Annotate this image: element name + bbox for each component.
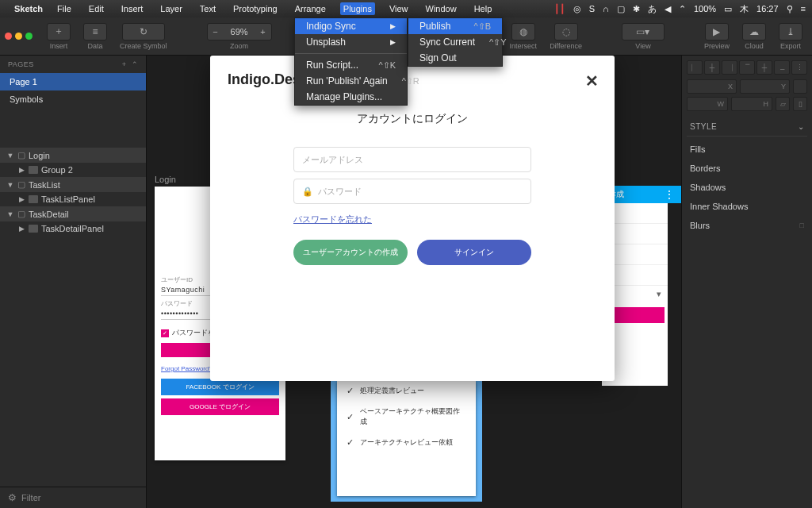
zoom-out-button[interactable]: −	[208, 27, 224, 37]
create-account-button[interactable]: ユーザーアカウントの作成	[293, 240, 408, 265]
battery-icon[interactable]: ▭	[724, 4, 732, 14]
indigo-login-modal: Indigo.Design ✕ アカウントにログイン メールアドレス 🔒 パスワ…	[210, 56, 615, 381]
clock-time[interactable]: 16:27	[756, 4, 779, 13]
menu-item-run-again[interactable]: Run 'Publish' Again^⇧R	[295, 73, 407, 89]
artboard-row[interactable]: ▼▢TaskDetail	[0, 206, 146, 221]
menu-edit[interactable]: Edit	[86, 2, 107, 15]
difference-button[interactable]: ◌	[554, 23, 578, 40]
collapse-pages-icon[interactable]: ⌃	[132, 60, 139, 68]
battery-percentage[interactable]: 100%	[694, 4, 716, 13]
layer-group-row[interactable]: ▶TaskListPanel	[0, 192, 146, 206]
plugins-menu: Indigo Sync▶ Unsplash▶ Run Script...^⇧K …	[294, 17, 408, 106]
artboard-row[interactable]: ▼▢TaskList	[0, 177, 146, 192]
notification-center-icon[interactable]: ≡	[801, 4, 806, 13]
menu-item-sign-out[interactable]: Sign Out	[408, 50, 502, 66]
artboard-label[interactable]: Login	[155, 175, 176, 184]
align-center-h-button[interactable]: ┼	[704, 60, 720, 75]
menu-insert[interactable]: Insert	[118, 2, 147, 15]
menu-item-manage-plugins[interactable]: Manage Plugins...	[295, 89, 407, 105]
input-source-icon[interactable]: あ	[648, 3, 657, 15]
filter-label: Filter	[21, 493, 40, 502]
page-row[interactable]: Symbols	[0, 90, 146, 108]
checkbox-icon: ✓	[161, 329, 169, 337]
align-top-button[interactable]: ⎺	[739, 60, 755, 75]
facebook-login-button: FACEBOOK でログイン	[161, 379, 279, 395]
menu-window[interactable]: Window	[423, 2, 460, 15]
signin-button[interactable]: サインイン	[417, 240, 531, 265]
forgot-password-link[interactable]: パスワードを忘れた	[293, 214, 531, 225]
zoom-in-button[interactable]: +	[255, 27, 271, 37]
password-field[interactable]: 🔒 パスワード	[293, 179, 531, 204]
align-center-v-button[interactable]: ┼	[756, 60, 772, 75]
zoom-value[interactable]: 69%	[224, 27, 255, 37]
insert-button[interactable]: ＋	[47, 23, 71, 40]
wifi-icon[interactable]: ⌃	[679, 4, 686, 14]
alignment-controls: ⎸ ┼ ⎹ ⎺ ┼ ⎽ ⋮	[687, 60, 807, 75]
blurs-row[interactable]: Blurs	[687, 216, 807, 235]
cloud-button[interactable]: ☁	[742, 23, 766, 40]
close-button[interactable]: ✕	[585, 71, 599, 90]
h-field[interactable]: H	[731, 97, 772, 111]
style-header: STYLE⌄	[687, 114, 807, 137]
check-icon: ✓	[347, 412, 354, 422]
menu-arrange[interactable]: Arrange	[292, 2, 329, 15]
page-row[interactable]: Page 1	[0, 73, 146, 90]
window-traffic-lights[interactable]	[5, 33, 33, 40]
gear-icon[interactable]: ⚙	[8, 492, 17, 503]
flip-v-button[interactable]: ▯	[793, 97, 807, 111]
menu-item-publish[interactable]: Publish^⇧B	[408, 18, 502, 34]
zoom-control[interactable]: − 69% +	[207, 23, 272, 40]
menu-file[interactable]: File	[54, 2, 75, 15]
align-bottom-button[interactable]: ⎽	[774, 60, 790, 75]
layer-group-row[interactable]: ▶TaskDetailPanel	[0, 221, 146, 236]
view-button[interactable]: ▭▾	[622, 23, 665, 40]
zoom-label: Zoom	[230, 42, 248, 50]
modal-title: アカウントにログイン	[228, 112, 597, 126]
pages-header: PAGES +⌃	[0, 56, 146, 73]
layers-sidebar: PAGES +⌃ Page 1 Symbols ▼▢Login ▶Group 2…	[0, 56, 147, 508]
volume-icon[interactable]: ◀	[665, 4, 671, 14]
x-field[interactable]: X	[687, 79, 737, 94]
email-field[interactable]: メールアドレス	[293, 147, 531, 172]
menu-item-run-script[interactable]: Run Script...^⇧K	[295, 57, 407, 73]
align-right-button[interactable]: ⎹	[722, 60, 737, 75]
add-page-icon[interactable]: +	[122, 60, 127, 68]
menu-plugins[interactable]: Plugins	[340, 2, 375, 15]
menu-status-area: ┃┃ ◎ S ∩ ▢ ✱ あ ◀ ⌃ 100% ▭ 木 16:27 ⚲ ≡	[554, 3, 806, 15]
intersect-button[interactable]: ◍	[511, 23, 535, 40]
menu-layer[interactable]: Layer	[157, 2, 186, 15]
data-button[interactable]: ≡	[83, 23, 107, 40]
submenu-arrow-icon: ▶	[390, 38, 396, 46]
tasklist-artboard[interactable]: ✓処理定義書レビュー ✓ベースアーキテクチャ概要図作成 ✓アーキテクチャレビュー…	[337, 381, 476, 496]
bluetooth-icon[interactable]: ✱	[633, 4, 640, 14]
menu-view[interactable]: View	[386, 2, 412, 15]
artboard-row[interactable]: ▼▢Login	[0, 148, 146, 163]
borders-row[interactable]: Borders	[687, 159, 807, 178]
check-icon: ✓	[347, 386, 354, 396]
spotlight-icon[interactable]: ⚲	[787, 4, 793, 14]
shadows-row[interactable]: Shadows	[687, 178, 807, 197]
w-field[interactable]: W	[687, 97, 728, 111]
menu-item-indigo-sync[interactable]: Indigo Sync▶	[295, 18, 407, 34]
chevron-down-icon[interactable]: ⌄	[798, 122, 805, 131]
flip-h-button[interactable]: ▱	[776, 97, 790, 111]
app-name[interactable]: Sketch	[14, 4, 43, 13]
lock-ratio-button[interactable]	[793, 79, 807, 94]
distribute-button[interactable]: ⋮	[791, 60, 807, 75]
layer-group-row[interactable]: ▶Group 2	[0, 163, 146, 177]
menu-item-unsplash[interactable]: Unsplash▶	[295, 34, 407, 50]
fills-row[interactable]: Fills	[687, 140, 807, 159]
clock-day[interactable]: 木	[740, 3, 749, 15]
align-left-button[interactable]: ⎸	[687, 60, 703, 75]
menu-item-sync-current[interactable]: Sync Current^⇧Y	[408, 34, 502, 50]
menu-text[interactable]: Text	[197, 2, 219, 15]
y-field[interactable]: Y	[740, 79, 790, 94]
canvas[interactable]: Login ユーザーID SYamaguchi パスワード ••••••••••…	[147, 56, 681, 508]
create-symbol-button[interactable]: ↻	[122, 23, 165, 40]
menu-prototyping[interactable]: Prototyping	[230, 2, 281, 15]
preview-button[interactable]: ▶	[705, 23, 729, 40]
export-button[interactable]: ⤓	[779, 23, 802, 40]
inner-shadows-row[interactable]: Inner Shadows	[687, 197, 807, 216]
menu-help[interactable]: Help	[471, 2, 496, 15]
filter-bar[interactable]: ⚙ Filter	[0, 487, 146, 508]
